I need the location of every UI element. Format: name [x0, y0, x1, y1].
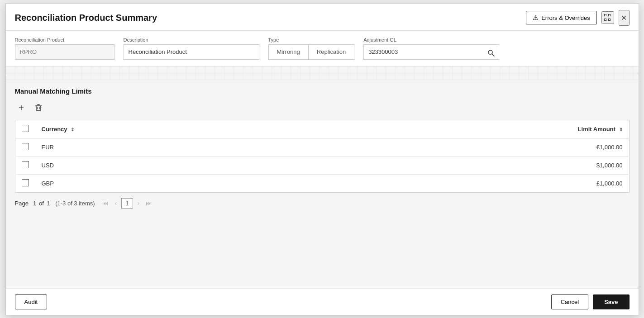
row-checkbox-2[interactable]	[22, 179, 29, 186]
toolbar: ＋	[15, 100, 630, 114]
section-title: Manual Matching Limits	[15, 87, 630, 95]
close-button[interactable]: ×	[619, 10, 630, 26]
expand-icon	[604, 14, 611, 21]
description-input[interactable]	[124, 44, 259, 60]
adj-search-button[interactable]	[483, 47, 499, 59]
row-checkbox-1[interactable]	[22, 161, 29, 168]
adj-field: Adjustment GL	[363, 37, 499, 60]
row-check-cell	[15, 156, 35, 174]
pagination: Page 1 of 1 (1-3 of 3 items) ⏮ ‹ 1 › ⏭	[15, 198, 630, 209]
row-check-cell	[15, 138, 35, 156]
col-header-amount[interactable]: Limit Amount ⇕	[332, 120, 629, 138]
row-amount-cell: €1,000.00	[332, 138, 629, 156]
header-actions: ⚠ Errors & Overrides ×	[526, 10, 629, 26]
cancel-button[interactable]: Cancel	[551, 294, 588, 309]
watermark-band	[6, 66, 639, 80]
currency-sort-icon: ⇕	[71, 127, 74, 132]
type-field: Type Mirroring Replication	[268, 37, 355, 60]
prev-page-button[interactable]: ‹	[113, 199, 119, 208]
form-section: Reconciliation Product Description Type …	[6, 31, 639, 66]
type-replication-button[interactable]: Replication	[309, 45, 354, 59]
trash-icon	[34, 103, 43, 112]
rpro-field: Reconciliation Product	[15, 37, 114, 60]
audit-button[interactable]: Audit	[15, 294, 48, 309]
row-amount-cell: £1,000.00	[332, 174, 629, 192]
footer-left: Audit	[15, 294, 48, 309]
adj-label: Adjustment GL	[363, 37, 499, 43]
svg-rect-2	[36, 106, 41, 110]
row-amount-cell: $1,000.00	[332, 156, 629, 174]
rpro-label: Reconciliation Product	[15, 37, 114, 43]
type-label: Type	[268, 37, 355, 43]
page-label: Page	[15, 200, 29, 207]
amount-sort-icon: ⇕	[619, 127, 623, 132]
select-all-checkbox[interactable]	[22, 125, 29, 132]
type-mirroring-button[interactable]: Mirroring	[269, 45, 309, 59]
current-page-display: 1	[33, 200, 36, 207]
first-page-button[interactable]: ⏮	[100, 199, 110, 208]
modal-title: Reconciliation Product Summary	[15, 13, 157, 23]
modal-container: Reconciliation Product Summary ⚠ Errors …	[5, 3, 639, 315]
desc-field: Description	[124, 37, 259, 60]
search-icon	[487, 49, 495, 57]
modal-footer: Audit Cancel Save	[6, 289, 639, 315]
page-number-box[interactable]: 1	[121, 198, 133, 209]
table-row: USD $1,000.00	[15, 156, 629, 174]
errors-button-label: Errors & Overrides	[541, 14, 590, 21]
row-currency-cell: USD	[35, 156, 332, 174]
row-currency-cell: EUR	[35, 138, 332, 156]
desc-label: Description	[124, 37, 259, 43]
svg-line-1	[492, 54, 494, 56]
type-toggle: Mirroring Replication	[268, 44, 355, 60]
row-check-cell	[15, 174, 35, 192]
table-row: EUR €1,000.00	[15, 138, 629, 156]
save-button[interactable]: Save	[593, 294, 629, 309]
rpro-input[interactable]	[15, 44, 114, 60]
content-section: Manual Matching Limits ＋	[6, 80, 639, 289]
add-row-button[interactable]: ＋	[15, 100, 28, 114]
delete-row-button[interactable]	[32, 100, 45, 114]
table-row: GBP £1,000.00	[15, 174, 629, 192]
col-header-check	[15, 120, 35, 138]
footer-right: Cancel Save	[551, 294, 630, 309]
col-header-currency[interactable]: Currency ⇕	[35, 120, 332, 138]
modal-header: Reconciliation Product Summary ⚠ Errors …	[6, 4, 639, 31]
expand-button[interactable]	[601, 11, 614, 24]
row-currency-cell: GBP	[35, 174, 332, 192]
warning-icon: ⚠	[533, 14, 539, 21]
table-header-row: Currency ⇕ Limit Amount ⇕	[15, 120, 629, 138]
last-page-button[interactable]: ⏭	[144, 199, 154, 208]
of-label: of	[39, 200, 44, 207]
errors-overrides-button[interactable]: ⚠ Errors & Overrides	[526, 11, 597, 24]
row-checkbox-0[interactable]	[22, 143, 29, 150]
adj-gl-input[interactable]	[363, 44, 499, 60]
limits-table: Currency ⇕ Limit Amount ⇕ EUR €1,000.00	[15, 120, 630, 193]
items-info: (1-3 of 3 items)	[55, 200, 95, 207]
next-page-button[interactable]: ›	[136, 199, 142, 208]
total-pages: 1	[47, 200, 50, 207]
